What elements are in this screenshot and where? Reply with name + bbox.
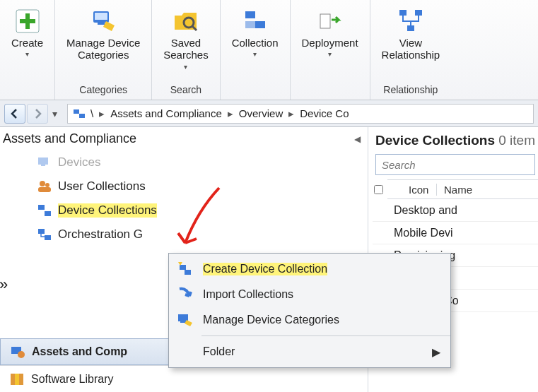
search-box [375, 154, 535, 175]
chevron-down-icon: ▾ [184, 63, 187, 71]
device-tag-icon [89, 7, 117, 35]
svg-rect-29 [15, 374, 19, 385]
ctx-import-collections[interactable]: Import Collections [169, 282, 450, 307]
users-icon [37, 179, 52, 194]
manage-device-categories-button[interactable]: Manage Device Categories [62, 4, 144, 61]
chevron-down-icon: ▾ [328, 50, 332, 59]
svg-rect-11 [320, 14, 330, 28]
saved-searches-label: Saved Searches [163, 37, 208, 61]
tree-label: Devices [58, 155, 100, 170]
collapse-pane-icon[interactable]: ◀ [354, 134, 361, 144]
row-name: Desktop and [394, 204, 457, 217]
relationship-icon [397, 7, 425, 35]
plus-icon [13, 7, 42, 35]
breadcrumb-assets[interactable]: Assets and Compliance [110, 107, 222, 119]
chevron-down-icon: ▾ [25, 50, 29, 59]
svg-rect-21 [38, 187, 51, 192]
nav-forward-button[interactable] [27, 104, 48, 124]
tree-label: User Collections [58, 179, 146, 194]
blank-icon [176, 343, 194, 361]
group-label-categories: Categories [62, 81, 144, 100]
svg-rect-30 [19, 374, 23, 385]
chevron-right-icon: ▸ [228, 107, 233, 120]
expand-chevron-icon[interactable]: » [0, 275, 8, 294]
manage-device-categories-label: Manage Device Categories [66, 37, 140, 61]
ctx-label: Create Device Collection [203, 263, 327, 275]
view-relationships-button[interactable]: View Relationship [378, 4, 445, 61]
assets-icon [9, 343, 26, 360]
svg-rect-17 [38, 158, 48, 165]
collection-button[interactable]: Collection ▾ [228, 4, 283, 59]
import-icon [176, 285, 194, 304]
orchestration-icon [37, 227, 52, 242]
group-label-relationships: Relationship [378, 81, 445, 100]
nav-dropdown-icon[interactable]: ▾ [52, 108, 57, 119]
device-icon [37, 155, 52, 170]
ctx-label: Import Collections [203, 288, 293, 301]
ctx-label: Folder [203, 345, 235, 358]
ctx-label: Manage Device Categories [203, 314, 339, 326]
breadcrumb-device-collections[interactable]: Device Co [300, 107, 349, 119]
svg-rect-25 [45, 235, 51, 240]
ctx-create-device-collection[interactable]: Create Device Collection [169, 256, 450, 282]
svg-rect-4 [95, 13, 107, 20]
collection-icon [37, 203, 52, 218]
table-row[interactable]: Mobile Devi [373, 222, 538, 244]
workspace-label: Assets and Comp [32, 345, 127, 358]
device-tag-icon [176, 311, 194, 329]
svg-rect-16 [79, 114, 85, 118]
collection-label: Collection [232, 37, 279, 49]
svg-rect-2 [20, 19, 35, 23]
svg-rect-15 [74, 109, 79, 114]
saved-searches-button[interactable]: Saved Searches ▾ [159, 4, 212, 71]
tree-node-devices[interactable]: Devices [6, 150, 368, 174]
search-input[interactable] [375, 154, 535, 175]
ctx-folder-submenu[interactable]: Folder ▶ [169, 339, 450, 364]
breadcrumb-overview[interactable]: Overview [239, 107, 283, 119]
create-label: Create [11, 37, 43, 49]
svg-rect-10 [245, 21, 255, 28]
nav-bar: ▾ \ ▸ Assets and Compliance ▸ Overview ▸… [0, 100, 538, 127]
content-title-name: Device Collections [375, 133, 495, 148]
tree-node-device-collections[interactable]: Device Collections [6, 198, 368, 222]
row-name: Mobile Devi [394, 227, 453, 239]
select-all-checkbox[interactable] [374, 185, 383, 194]
library-icon [8, 371, 25, 388]
table-row[interactable]: Desktop and [373, 199, 538, 222]
tree-node-orchestration[interactable]: Orchestration G [6, 222, 368, 247]
ctx-separator [201, 335, 450, 336]
column-headers: Icon Name [387, 179, 538, 199]
nav-back-button[interactable] [4, 104, 25, 124]
content-title: Device Collections 0 item [373, 127, 538, 153]
svg-rect-14 [407, 25, 414, 31]
folder-search-icon [172, 7, 200, 35]
svg-rect-24 [38, 229, 45, 234]
workspace-label: Software Library [31, 373, 114, 386]
ribbon-group-search: Saved Searches ▾ Search [152, 0, 220, 100]
chevron-right-icon: ▶ [432, 345, 440, 359]
deployment-button[interactable]: Deployment ▾ [298, 4, 363, 59]
ribbon-group-create: Create ▾ [0, 0, 55, 100]
breadcrumb-sep: \ [90, 107, 93, 119]
svg-rect-32 [185, 270, 191, 275]
svg-rect-18 [41, 165, 45, 166]
svg-rect-13 [415, 10, 422, 16]
deployment-icon [316, 7, 344, 35]
tree-title: Assets and Compliance [3, 131, 136, 146]
col-name[interactable]: Name [437, 184, 538, 196]
col-icon[interactable]: Icon [387, 184, 437, 196]
deployment-label: Deployment [302, 37, 358, 49]
tree-node-user-collections[interactable]: User Collections [6, 174, 368, 198]
create-button[interactable]: Create ▾ [7, 4, 47, 59]
breadcrumb-root-icon [72, 107, 86, 121]
ctx-manage-device-categories[interactable]: Manage Device Categories [169, 307, 450, 333]
workspace-tab-library[interactable]: Software Library [0, 365, 368, 392]
tree-label: Device Collections [58, 203, 157, 218]
breadcrumb[interactable]: \ ▸ Assets and Compliance ▸ Overview ▸ D… [67, 104, 534, 124]
tree: Devices User Collections Device Collecti… [0, 149, 368, 247]
svg-rect-23 [45, 211, 51, 216]
svg-rect-8 [245, 11, 255, 18]
svg-rect-31 [180, 265, 186, 270]
ribbon-group-categories: Manage Device Categories Categories [55, 0, 152, 100]
svg-rect-5 [98, 23, 105, 25]
